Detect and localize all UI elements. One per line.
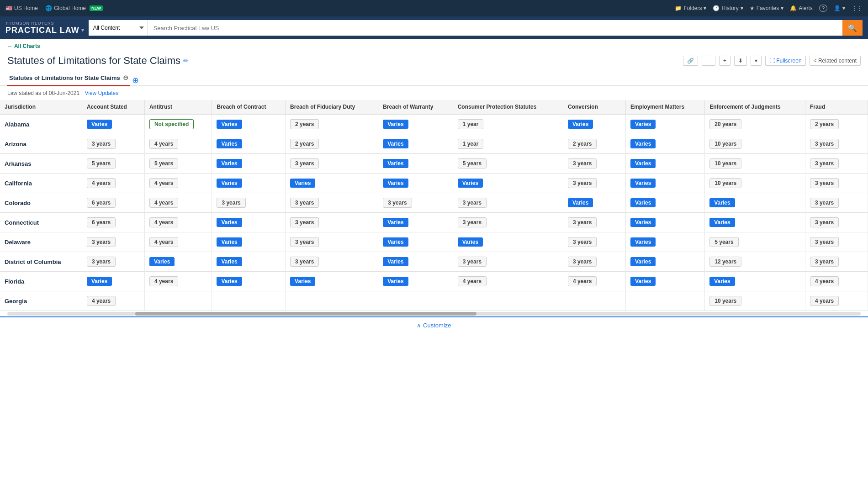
badge-enforcement[interactable]: 10 years	[709, 296, 741, 306]
view-updates-link[interactable]: View Updates	[85, 90, 118, 96]
badge-account_stated[interactable]: Varies	[87, 120, 112, 129]
badge-breach_contract[interactable]: Varies	[217, 237, 242, 247]
badge-enforcement[interactable]: 10 years	[709, 178, 741, 188]
badge-fraud[interactable]: 4 years	[810, 276, 839, 286]
customize-bar[interactable]: ∧ Customize	[0, 316, 868, 333]
content-select[interactable]: All Content	[89, 20, 148, 36]
download-button[interactable]: ⬇	[734, 56, 747, 66]
badge-account_stated[interactable]: 3 years	[87, 257, 116, 267]
badge-antitrust[interactable]: Not specified	[149, 119, 194, 129]
zoom-out-button[interactable]: —	[702, 56, 715, 66]
badge-account_stated[interactable]: 6 years	[87, 217, 116, 227]
badge-enforcement[interactable]: 10 years	[709, 139, 741, 149]
badge-employment[interactable]: Varies	[630, 218, 656, 227]
badge-breach_fid[interactable]: 2 years	[290, 139, 319, 149]
badge-enforcement[interactable]: 20 years	[709, 119, 741, 129]
badge-breach_fid[interactable]: 2 years	[290, 119, 319, 129]
badge-fraud[interactable]: 3 years	[810, 178, 839, 188]
download-options-button[interactable]: ▾	[751, 56, 762, 66]
badge-conversion[interactable]: Varies	[568, 198, 593, 207]
badge-breach_warranty[interactable]: Varies	[383, 179, 408, 188]
badge-conversion[interactable]: 3 years	[568, 257, 597, 267]
history-link[interactable]: 🕐 History ▾	[713, 5, 743, 11]
badge-breach_warranty[interactable]: Varies	[383, 277, 408, 286]
badge-conversion[interactable]: 3 years	[568, 178, 597, 188]
badge-antitrust[interactable]: 4 years	[149, 276, 178, 286]
us-home-link[interactable]: 🇺🇸 US Home	[5, 5, 38, 11]
favorites-link[interactable]: ★ Favorites ▾	[750, 5, 783, 11]
badge-breach_warranty[interactable]: Varies	[383, 218, 408, 227]
badge-conversion[interactable]: 3 years	[568, 237, 597, 247]
badge-account_stated[interactable]: 5 years	[87, 158, 116, 168]
badge-consumer_prot[interactable]: 1 year	[458, 139, 484, 149]
badge-breach_contract[interactable]: Varies	[217, 257, 242, 266]
badge-antitrust[interactable]: 5 years	[149, 158, 178, 168]
badge-breach_fid[interactable]: 3 years	[290, 257, 319, 267]
badge-fraud[interactable]: 3 years	[810, 257, 839, 267]
badge-account_stated[interactable]: 6 years	[87, 198, 116, 208]
badge-antitrust[interactable]: 4 years	[149, 217, 178, 227]
badge-conversion[interactable]: 3 years	[568, 217, 597, 227]
badge-account_stated[interactable]: 3 years	[87, 139, 116, 149]
badge-employment[interactable]: Varies	[630, 198, 656, 207]
badge-enforcement[interactable]: 10 years	[709, 158, 741, 168]
badge-account_stated[interactable]: 4 years	[87, 296, 116, 306]
help-link[interactable]: ?	[819, 5, 827, 12]
badge-consumer_prot[interactable]: 3 years	[458, 198, 487, 208]
badge-antitrust[interactable]: Varies	[149, 257, 175, 266]
badge-enforcement[interactable]: 5 years	[709, 237, 738, 247]
search-input[interactable]	[148, 20, 842, 36]
badge-antitrust[interactable]: 4 years	[149, 237, 178, 247]
global-home-link[interactable]: 🌐 Global Home NEW	[45, 5, 103, 11]
related-content-button[interactable]: < Related content	[810, 56, 861, 66]
badge-breach_warranty[interactable]: Varies	[383, 120, 408, 129]
all-charts-link[interactable]: All Charts	[7, 43, 40, 49]
badge-breach_fid[interactable]: 3 years	[290, 158, 319, 168]
badge-consumer_prot[interactable]: 5 years	[458, 158, 487, 168]
badge-employment[interactable]: Varies	[630, 120, 656, 129]
badge-employment[interactable]: Varies	[630, 277, 656, 286]
brand-chevron[interactable]: ▾	[81, 27, 84, 33]
badge-breach_contract[interactable]: Varies	[217, 159, 242, 168]
apps-grid[interactable]: ⋮⋮	[852, 5, 863, 11]
badge-breach_fid[interactable]: 3 years	[290, 198, 319, 208]
badge-antitrust[interactable]: 4 years	[149, 139, 178, 149]
scrollbar-track[interactable]	[7, 312, 861, 316]
badge-fraud[interactable]: 3 years	[810, 158, 839, 168]
badge-breach_contract[interactable]: Varies	[217, 277, 242, 286]
badge-employment[interactable]: Varies	[630, 139, 656, 148]
badge-account_stated[interactable]: Varies	[87, 277, 112, 286]
badge-consumer_prot[interactable]: Varies	[458, 237, 483, 247]
badge-breach_fid[interactable]: 3 years	[290, 217, 319, 227]
badge-breach_warranty[interactable]: Varies	[383, 237, 408, 247]
badge-antitrust[interactable]: 4 years	[149, 198, 178, 208]
badge-account_stated[interactable]: 3 years	[87, 237, 116, 247]
scrollbar-thumb[interactable]	[135, 312, 476, 316]
tab-minus-icon[interactable]: ⊖	[123, 74, 128, 81]
zoom-in-button[interactable]: +	[719, 56, 730, 66]
badge-conversion[interactable]: 4 years	[568, 276, 597, 286]
badge-fraud[interactable]: 3 years	[810, 139, 839, 149]
tab-add-icon[interactable]: ⊕	[132, 75, 139, 85]
badge-employment[interactable]: Varies	[630, 179, 656, 188]
folders-link[interactable]: 📁 Folders ▾	[675, 5, 706, 11]
badge-breach_warranty[interactable]: Varies	[383, 257, 408, 266]
badge-consumer_prot[interactable]: 1 year	[458, 119, 484, 129]
badge-enforcement[interactable]: Varies	[709, 198, 735, 207]
badge-consumer_prot[interactable]: 3 years	[458, 257, 487, 267]
badge-fraud[interactable]: 4 years	[810, 296, 839, 306]
badge-account_stated[interactable]: 4 years	[87, 178, 116, 188]
badge-enforcement[interactable]: Varies	[709, 277, 735, 286]
user-menu[interactable]: 👤 ▾	[834, 5, 845, 11]
badge-employment[interactable]: Varies	[630, 159, 656, 168]
badge-breach_fid[interactable]: Varies	[290, 179, 315, 188]
badge-breach_contract[interactable]: Varies	[217, 139, 242, 148]
alerts-link[interactable]: 🔔 Alerts	[790, 5, 813, 11]
fullscreen-button[interactable]: ⛶ Fullscreen	[765, 56, 806, 66]
badge-breach_fid[interactable]: 3 years	[290, 237, 319, 247]
badge-enforcement[interactable]: Varies	[709, 218, 735, 227]
badge-consumer_prot[interactable]: 4 years	[458, 276, 487, 286]
badge-consumer_prot[interactable]: 3 years	[458, 217, 487, 227]
badge-conversion[interactable]: 2 years	[568, 139, 597, 149]
badge-conversion[interactable]: 3 years	[568, 158, 597, 168]
